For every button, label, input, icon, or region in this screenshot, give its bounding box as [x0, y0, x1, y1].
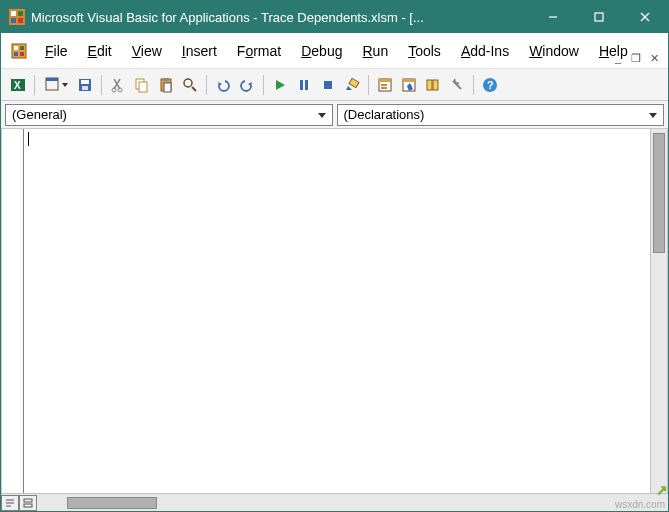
svg-rect-27 [164, 83, 171, 92]
scrollbar-thumb[interactable] [67, 497, 157, 509]
window-title: Microsoft Visual Basic for Applications … [31, 10, 530, 25]
svg-rect-30 [300, 80, 303, 90]
cut-button[interactable] [107, 74, 129, 96]
svg-rect-19 [81, 80, 89, 84]
paste-button[interactable] [155, 74, 177, 96]
menu-run[interactable]: Run [352, 39, 398, 63]
svg-rect-13 [20, 52, 24, 56]
svg-rect-48 [24, 504, 32, 507]
svg-rect-31 [305, 80, 308, 90]
svg-rect-39 [403, 79, 415, 82]
mdi-close-icon[interactable]: ✕ [646, 50, 662, 66]
object-browser-button[interactable] [422, 74, 444, 96]
watermark-text: wsxdn.com [615, 499, 665, 510]
svg-rect-3 [11, 18, 16, 23]
separator [368, 75, 369, 95]
chevron-down-icon [314, 107, 330, 123]
svg-rect-26 [163, 78, 169, 81]
menu-format[interactable]: Format [227, 39, 291, 63]
vba-app-icon [9, 9, 25, 25]
menu-insert[interactable]: Insert [172, 39, 227, 63]
find-button[interactable] [179, 74, 201, 96]
break-button[interactable] [293, 74, 315, 96]
menu-bar: File Edit View Insert Format Debug Run T… [1, 33, 668, 69]
separator [101, 75, 102, 95]
margin-indicator-bar[interactable] [2, 129, 24, 493]
standard-toolbar: X ? [1, 69, 668, 101]
svg-rect-17 [46, 78, 58, 81]
object-combobox[interactable]: (General) [5, 104, 333, 126]
mdi-restore-icon[interactable]: ❐ [628, 50, 644, 66]
reset-button[interactable] [317, 74, 339, 96]
project-explorer-button[interactable] [374, 74, 396, 96]
svg-rect-12 [14, 52, 18, 56]
svg-rect-2 [18, 11, 23, 16]
vba-window: Microsoft Visual Basic for Applications … [0, 0, 669, 512]
code-area [1, 129, 668, 493]
separator [34, 75, 35, 95]
mdi-controls: _ ❐ ✕ [610, 50, 662, 66]
maximize-button[interactable] [576, 1, 622, 33]
procedure-combobox-value: (Declarations) [344, 107, 425, 122]
svg-point-28 [184, 79, 192, 87]
svg-rect-10 [14, 46, 18, 50]
properties-window-button[interactable] [398, 74, 420, 96]
separator [263, 75, 264, 95]
titlebar: Microsoft Visual Basic for Applications … [1, 1, 668, 33]
close-button[interactable] [622, 1, 668, 33]
menu-edit[interactable]: Edit [78, 39, 122, 63]
code-editor[interactable] [24, 129, 650, 493]
svg-rect-47 [24, 499, 32, 502]
svg-rect-41 [433, 80, 438, 90]
minimize-button[interactable] [530, 1, 576, 33]
svg-rect-6 [595, 13, 603, 21]
code-pane-header: (General) (Declarations) [1, 101, 668, 129]
svg-rect-4 [18, 18, 23, 23]
menu-view[interactable]: View [122, 39, 172, 63]
host-excel-icon[interactable] [9, 41, 29, 61]
design-mode-button[interactable] [341, 74, 363, 96]
svg-rect-11 [20, 46, 24, 50]
svg-text:?: ? [487, 79, 494, 91]
menu-debug[interactable]: Debug [291, 39, 352, 63]
svg-text:X: X [14, 80, 21, 91]
svg-rect-1 [11, 11, 16, 16]
separator [473, 75, 474, 95]
object-combobox-value: (General) [12, 107, 67, 122]
insert-userform-button[interactable] [40, 74, 72, 96]
mdi-minimize-icon[interactable]: _ [610, 50, 626, 66]
menu-window[interactable]: Window [519, 39, 589, 63]
help-button[interactable]: ? [479, 74, 501, 96]
svg-rect-40 [427, 80, 432, 90]
svg-rect-20 [82, 86, 88, 90]
undo-button[interactable] [212, 74, 234, 96]
view-excel-button[interactable]: X [7, 74, 29, 96]
menu-file[interactable]: File [35, 39, 78, 63]
svg-rect-33 [349, 78, 359, 87]
svg-rect-37 [381, 87, 387, 89]
svg-rect-32 [324, 81, 332, 89]
procedure-combobox[interactable]: (Declarations) [337, 104, 665, 126]
redo-button[interactable] [236, 74, 258, 96]
copy-button[interactable] [131, 74, 153, 96]
procedure-view-button[interactable] [1, 495, 19, 511]
menu-addins[interactable]: Add-Ins [451, 39, 519, 63]
full-module-view-button[interactable] [19, 495, 37, 511]
svg-rect-24 [139, 82, 147, 92]
resize-cursor-icon: ↗ [656, 482, 668, 498]
toolbox-button[interactable] [446, 74, 468, 96]
chevron-down-icon [645, 107, 661, 123]
text-caret [28, 132, 29, 146]
horizontal-scrollbar[interactable] [41, 495, 668, 511]
svg-rect-36 [381, 84, 387, 86]
menu-tools[interactable]: Tools [398, 39, 451, 63]
save-button[interactable] [74, 74, 96, 96]
run-button[interactable] [269, 74, 291, 96]
vertical-scrollbar[interactable] [650, 129, 667, 493]
svg-rect-35 [379, 79, 391, 82]
bottom-bar [1, 493, 668, 511]
svg-line-29 [192, 87, 196, 91]
separator [206, 75, 207, 95]
scrollbar-thumb[interactable] [653, 133, 665, 253]
